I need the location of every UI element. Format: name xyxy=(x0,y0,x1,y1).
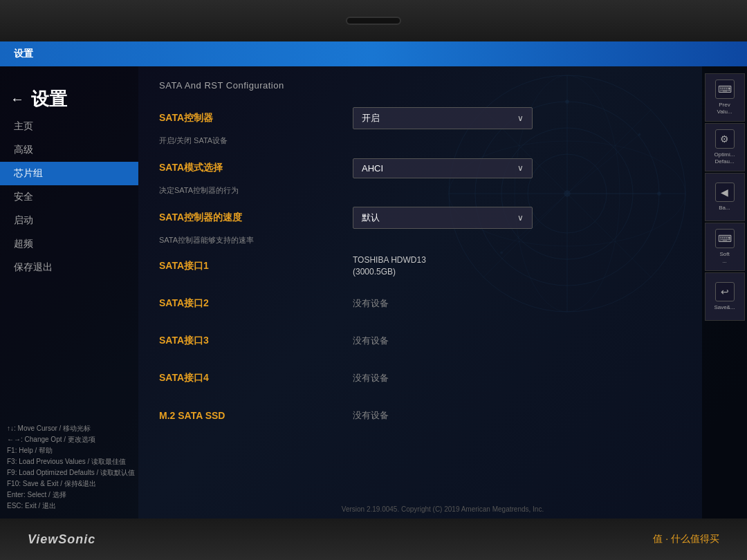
sidebar-item-chipset[interactable]: 芯片组 xyxy=(0,162,138,185)
monitor-top-bezel xyxy=(0,0,747,41)
config-row-sata-controller: SATA控制器开启∨ xyxy=(159,104,726,132)
sidebar-item-security[interactable]: 安全 xyxy=(0,185,138,209)
port-value-sata-port4: 没有设备 xyxy=(353,372,389,384)
sidebar-item-home[interactable]: 主页 xyxy=(0,115,138,138)
hint-line: F1: Help / 帮助 xyxy=(7,445,135,456)
bios-screen: 设置 ← 设置 主页高级芯片组安全启动超频保存退出 ↑↓: Move Curso… xyxy=(0,41,747,519)
config-rows: SATA控制器开启∨开启/关闭 SATA设备SATA模式选择AHCI∨决定SAT… xyxy=(159,104,726,428)
monitor-bottom-bezel: ViewSonic 值 · 什么值得买 xyxy=(0,519,747,560)
hint-line: Enter: Select / 选择 xyxy=(7,489,135,501)
hint-line: F9: Load Optimized Defaults / 读取默认值 xyxy=(7,467,135,478)
sidebar: ← 设置 主页高级芯片组安全启动超频保存退出 ↑↓: Move Cursor /… xyxy=(0,66,138,519)
port-value-m2-sata: 没有设备 xyxy=(353,409,389,422)
config-label-sata-speed: SATA控制器的速度 xyxy=(159,212,353,224)
viewsonic-logo: ViewSonic xyxy=(28,532,95,547)
dropdown-sata-mode[interactable]: AHCI∨ xyxy=(353,158,533,178)
config-desc-sata-speed: SATA控制器能够支持的速率 xyxy=(159,235,726,245)
port-value-sata-port2: 没有设备 xyxy=(353,297,389,310)
settings-title: 设置 xyxy=(31,87,67,111)
config-label-sata-controller: SATA控制器 xyxy=(159,112,353,124)
sidebar-item-overclock[interactable]: 超频 xyxy=(0,232,138,256)
nav-menu: 主页高级芯片组安全启动超频保存退出 xyxy=(0,115,138,279)
port-label-sata-port2: SATA接口2 xyxy=(159,297,353,310)
hint-line: F10: Save & Exit / 保持&退出 xyxy=(7,478,135,489)
hint-line: F3: Load Previous Values / 读取最佳值 xyxy=(7,456,135,467)
config-row-sata-mode: SATA模式选择AHCI∨ xyxy=(159,154,726,182)
config-label-sata-mode: SATA模式选择 xyxy=(159,162,353,174)
port-label-m2-sata: M.2 SATA SSD xyxy=(159,410,353,421)
config-row-sata-speed: SATA控制器的速度默认∨ xyxy=(159,204,726,232)
keyboard-hints: ↑↓: Move Cursor / 移动光标←→: Change Opt / 更… xyxy=(7,423,135,512)
hint-line: ↑↓: Move Cursor / 移动光标 xyxy=(7,423,135,434)
port-label-sata-port4: SATA接口4 xyxy=(159,372,353,384)
section-title: SATA And RST Configuration xyxy=(159,80,726,91)
port-row-sata-port4: SATA接口4没有设备 xyxy=(159,366,726,391)
hint-line: ←→: Change Opt / 更改选项 xyxy=(7,434,135,445)
sidebar-item-advanced[interactable]: 高级 xyxy=(0,138,138,162)
port-row-sata-port2: SATA接口2没有设备 xyxy=(159,291,726,316)
watermark-text: 值 · 什么值得买 xyxy=(653,533,719,545)
port-label-sata-port3: SATA接口3 xyxy=(159,335,353,347)
version-text: Version 2.19.0045. Copyright (C) 2019 Am… xyxy=(342,505,544,513)
monitor-camera xyxy=(346,17,401,25)
config-panel: SATA And RST Configuration SATA控制器开启∨开启/… xyxy=(138,66,747,519)
hint-line: ESC: Exit / 退出 xyxy=(7,501,135,512)
config-desc-sata-mode: 决定SATA控制器的行为 xyxy=(159,185,726,196)
sidebar-item-boot[interactable]: 启动 xyxy=(0,209,138,232)
back-navigation[interactable]: ← 设置 xyxy=(0,80,138,115)
port-row-m2-sata: M.2 SATA SSD没有设备 xyxy=(159,403,726,428)
port-label-sata-port1: SATA接口1 xyxy=(159,260,353,272)
back-arrow-icon[interactable]: ← xyxy=(10,91,24,107)
dropdown-sata-controller[interactable]: 开启∨ xyxy=(353,107,533,129)
port-row-sata-port3: SATA接口3没有设备 xyxy=(159,328,726,353)
sidebar-item-save-exit[interactable]: 保存退出 xyxy=(0,256,138,279)
port-value-sata-port3: 没有设备 xyxy=(353,335,389,347)
dropdown-sata-speed[interactable]: 默认∨ xyxy=(353,207,533,229)
title-bar-text: 设置 xyxy=(14,48,33,60)
port-value-sata-port1: TOSHIBA HDWD13 (3000.5GB) xyxy=(353,254,426,278)
port-row-sata-port1: SATA接口1TOSHIBA HDWD13 (3000.5GB) xyxy=(159,254,726,279)
main-content-area: ← 设置 主页高级芯片组安全启动超频保存退出 ↑↓: Move Cursor /… xyxy=(0,66,747,519)
config-desc-sata-controller: 开启/关闭 SATA设备 xyxy=(159,136,726,146)
title-bar: 设置 xyxy=(0,41,747,66)
